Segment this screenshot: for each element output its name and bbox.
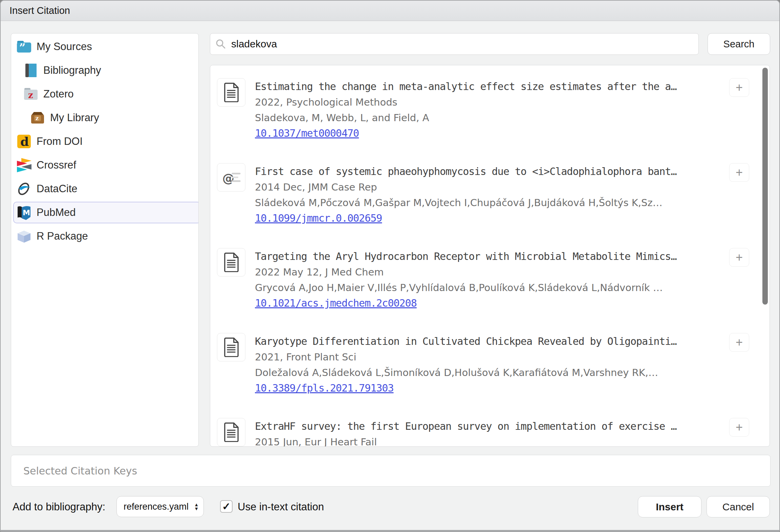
sidebar-item-from-doi[interactable]: d From DOI (11, 130, 199, 153)
svg-text:z: z (28, 90, 33, 100)
search-button[interactable]: Search (708, 33, 770, 55)
datacite-icon (16, 181, 32, 197)
document-icon (217, 333, 245, 361)
r-package-icon (16, 228, 32, 244)
sidebar-item-my-sources[interactable]: ” My Sources (11, 35, 199, 59)
result-authors: Grycová A,Joo H,Maier V,Illés P,Vyhlídal… (255, 280, 725, 295)
article-at-icon: @ (217, 163, 245, 192)
doi-icon: d (16, 134, 32, 149)
sidebar-item-label: DataCite (37, 183, 78, 195)
result-item: Estimating the change in meta-analytic e… (210, 77, 770, 162)
search-box (210, 33, 699, 55)
result-meta: 2015 Jun, Eur J Heart Fail (255, 434, 725, 447)
sidebar-item-label: From DOI (37, 135, 83, 148)
results-scrollbar-thumb[interactable] (762, 68, 768, 305)
sources-sidebar: ” My Sources Bibliography z (11, 33, 199, 447)
document-icon (217, 248, 245, 276)
sidebar-item-label: My Sources (37, 41, 92, 53)
search-input[interactable] (231, 38, 694, 50)
sidebar-item-label: Crossref (37, 159, 76, 171)
insert-citation-dialog: Insert Citation ” My Sources Bibliograph… (0, 0, 780, 532)
result-title: Karyotype Differentiation in Cultivated … (255, 334, 725, 349)
search-results-list: Estimating the change in meta-analytic e… (210, 65, 770, 447)
result-item: Karyotype Differentiation in Cultivated … (210, 332, 770, 417)
sidebar-item-label: Zotero (43, 88, 74, 100)
my-sources-icon: ” (16, 39, 32, 54)
svg-text:M: M (23, 208, 30, 217)
sidebar-item-my-library[interactable]: z My Library (11, 106, 199, 130)
result-title: Targeting the Aryl Hydrocarbon Receptor … (255, 249, 725, 264)
result-item: ExtraHF survey: the first European surve… (210, 417, 770, 447)
search-icon (215, 38, 226, 50)
result-meta: 2022 May 12, J Med Chem (255, 264, 725, 280)
checkmark-icon: ✓ (222, 501, 231, 512)
svg-text:”: ” (19, 41, 26, 54)
select-arrows-icon: ▲▼ (194, 503, 199, 511)
insert-button[interactable]: Insert (638, 496, 701, 517)
bibliography-file-value: references.yaml (124, 502, 189, 512)
result-authors: Sladekova, M, Webb, L, and Field, A (255, 110, 725, 126)
sidebar-item-pubmed[interactable]: M PubMed (11, 201, 199, 224)
result-authors: Doležalová A,Sládeková L,Šimoníková D,Ho… (255, 365, 725, 380)
result-doi-link[interactable]: 10.1021/acs.jmedchem.2c00208 (255, 297, 417, 309)
result-meta: 2021, Front Plant Sci (255, 349, 725, 365)
result-item: @ First case of systemic phaeohyphomycos… (210, 162, 770, 247)
sidebar-item-zotero[interactable]: z Zotero (11, 82, 199, 106)
result-item: Targeting the Aryl Hydrocarbon Receptor … (210, 247, 770, 332)
result-doi-link[interactable]: 10.1099/jmmcr.0.002659 (255, 212, 382, 224)
result-authors: Sládeková M,Pőczová M,Gašpar M,Vojtech I… (255, 195, 725, 210)
my-library-icon: z (30, 110, 45, 126)
document-icon (217, 78, 245, 107)
add-citation-button[interactable]: + (729, 163, 749, 182)
add-citation-button[interactable]: + (729, 418, 749, 437)
zotero-icon: z (23, 86, 39, 102)
result-title: First case of systemic phaeohyphomycosis… (255, 164, 725, 179)
selected-citation-keys-input[interactable] (11, 455, 770, 486)
result-meta: 2022, Psychological Methods (255, 94, 725, 110)
sidebar-item-label: R Package (37, 230, 88, 242)
result-title: ExtraHF survey: the first European surve… (255, 419, 725, 434)
add-citation-button[interactable]: + (729, 333, 749, 352)
sidebar-item-bibliography[interactable]: Bibliography (11, 59, 199, 82)
selected-citation-keys-box (11, 455, 771, 487)
add-to-bibliography-label: Add to bibliography: (13, 501, 105, 513)
pubmed-icon: M (16, 205, 32, 220)
crossref-icon (16, 157, 32, 173)
bibliography-icon (23, 63, 39, 78)
cancel-button[interactable]: Cancel (707, 496, 770, 517)
result-doi-link[interactable]: 10.1037/met0000470 (255, 127, 359, 139)
sidebar-item-r-package[interactable]: R Package (11, 224, 199, 248)
result-title: Estimating the change in meta-analytic e… (255, 79, 725, 94)
use-in-text-citation-label: Use in-text citation (238, 501, 324, 513)
sidebar-item-label: My Library (50, 112, 99, 124)
sidebar-item-datacite[interactable]: DataCite (11, 177, 199, 201)
result-meta: 2014 Dec, JMM Case Rep (255, 179, 725, 195)
sidebar-item-label: PubMed (37, 206, 75, 219)
svg-text:z: z (36, 115, 39, 121)
dialog-titlebar: Insert Citation (1, 1, 779, 21)
svg-text:d: d (20, 134, 29, 149)
document-icon (217, 418, 245, 446)
bibliography-file-select[interactable]: references.yaml ▲▼ (116, 496, 204, 517)
add-citation-button[interactable]: + (729, 78, 749, 97)
result-doi-link[interactable]: 10.3389/fpls.2021.791303 (255, 382, 393, 394)
dialog-title: Insert Citation (9, 5, 70, 16)
add-citation-button[interactable]: + (729, 248, 749, 267)
sidebar-item-label: Bibliography (43, 64, 101, 76)
use-in-text-citation-checkbox[interactable]: ✓ (220, 500, 233, 513)
sidebar-item-crossref[interactable]: Crossref (11, 153, 199, 177)
